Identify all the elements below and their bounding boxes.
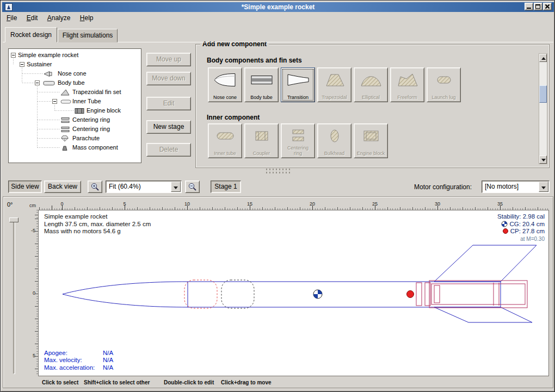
collapse-toggle-icon[interactable] (35, 80, 40, 85)
delete-button[interactable]: Delete (146, 143, 191, 157)
edit-button[interactable]: Edit (146, 97, 191, 110)
parachute-icon (60, 135, 69, 142)
hint-drag-move: Click+drag to move (221, 379, 272, 385)
component-button-label: Body tube (248, 95, 276, 101)
maximize-icon (535, 4, 540, 9)
collapse-toggle-icon[interactable] (20, 62, 24, 67)
side-view-button[interactable]: Side view (8, 181, 42, 193)
rocket-info-block: Simple example rocket Length 37.5 cm, ma… (44, 213, 151, 235)
minimize-icon (527, 8, 531, 9)
motor-configuration-select[interactable]: [No motors] (482, 181, 550, 193)
zoom-out-icon (188, 182, 197, 191)
tree-row-engine-block[interactable]: Engine block (9, 106, 141, 115)
hint-click-select: Click to select (42, 379, 78, 385)
tree-line (38, 138, 59, 139)
fin-bottom[interactable] (434, 307, 532, 322)
tree-line (22, 73, 43, 74)
new-stage-button[interactable]: New stage (146, 120, 191, 134)
tree-row-centering-ring-2[interactable]: Centering ring (9, 125, 141, 134)
transition-icon (286, 72, 310, 88)
tree-item-label: Parachute (72, 134, 100, 143)
tree-line (38, 101, 52, 102)
component-button-elliptical-fin[interactable]: Elliptical (354, 67, 388, 102)
zoom-level-select[interactable]: Fit (60.4%) (106, 181, 182, 193)
scroll-down-button[interactable] (539, 155, 547, 164)
component-button-label: Trapezoidal (320, 95, 349, 101)
elliptical-fin-icon (359, 72, 383, 88)
tab-rocket-design[interactable]: Rocket design (5, 27, 57, 42)
rocket-name: Simple example rocket (44, 213, 151, 221)
tree-row-body-tube[interactable]: Body tube (9, 78, 141, 88)
engine-block-icon (75, 108, 84, 114)
splitter-grip[interactable] (266, 172, 292, 173)
flight-stats-block: Apogee:N/A Max. velocity:N/A Max. accele… (44, 350, 113, 372)
rotation-slider[interactable] (13, 217, 15, 374)
component-button-transition[interactable]: Transition (281, 67, 315, 102)
component-button-label: Elliptical (357, 95, 385, 101)
component-button-freeform-fin[interactable]: Freeform (390, 67, 424, 102)
combo-arrow-button[interactable] (171, 182, 181, 192)
splitter-grip[interactable] (266, 169, 292, 170)
cp-value: CP: 27.8 cm (510, 228, 545, 234)
menu-item-analyze[interactable]: Analyze (44, 13, 75, 24)
zoom-in-button[interactable] (88, 181, 102, 193)
component-button-inner-tube[interactable]: Inner tube (208, 123, 242, 158)
motor-configuration-label: Motor configuration: (414, 183, 472, 191)
component-button-launch-lug[interactable]: Launch lug (427, 67, 461, 102)
component-button-body-tube[interactable]: Body tube (244, 67, 279, 102)
tree-row-parachute[interactable]: Parachute (9, 134, 141, 143)
flight-stat-row: Max. velocity:N/A (44, 357, 113, 364)
chevron-down-icon (541, 186, 546, 189)
tree-row-inner-tube[interactable]: Inner Tube (9, 97, 141, 106)
move-up-button[interactable]: Move up (146, 53, 191, 66)
hint-shift-click: Shift+click to select other (84, 379, 150, 385)
component-button-centering-ring[interactable]: Centering ring (281, 123, 315, 158)
horizontal-ruler: 0 5 10 15 20 25 30 35 (38, 201, 549, 210)
menu-item-edit[interactable]: Edit (23, 13, 42, 24)
mach-annotation: at M=0.30 (497, 235, 545, 243)
move-down-button[interactable]: Move down (146, 72, 191, 85)
stage-1-toggle[interactable]: Stage 1 (211, 181, 241, 193)
combo-arrow-button[interactable] (539, 182, 548, 192)
component-button-bulkhead[interactable]: Bulkhead (317, 123, 351, 158)
tree-item-label: Nose cone (58, 69, 87, 78)
add-component-group: Add new component Body components and fi… (195, 44, 550, 168)
mass-component-icon (60, 145, 69, 151)
window-title: *Simple example rocket (2, 3, 554, 11)
component-tree[interactable]: Simple example rocket Sustainer Nose con… (8, 48, 141, 163)
close-button[interactable] (543, 3, 552, 10)
component-button-nose-cone[interactable]: Nose cone (208, 67, 242, 102)
tree-row-mass-component[interactable]: Mass component (9, 143, 141, 152)
menu-item-file[interactable]: File (3, 13, 21, 24)
rotation-angle-label: 0° (7, 201, 13, 208)
tree-row-sustainer[interactable]: Sustainer (9, 60, 141, 69)
trapezoidal-fin-icon (323, 72, 347, 88)
maximize-button[interactable] (534, 3, 542, 10)
tree-row-fin-set[interactable]: Trapezoidal fin set (9, 88, 141, 97)
menu-item-help[interactable]: Help (76, 13, 97, 24)
component-button-trapezoidal-fin[interactable]: Trapezoidal (317, 67, 351, 102)
component-scrollbar[interactable] (539, 53, 547, 164)
stability-block: Stability: 2.98 cal CG: 20.4 cm CP: 27.8… (497, 213, 545, 242)
tree-row-nose-cone[interactable]: Nose cone (9, 69, 141, 78)
component-button-coupler[interactable]: Coupler (244, 123, 279, 158)
scroll-up-button[interactable] (539, 54, 547, 62)
collapse-toggle-icon[interactable] (11, 53, 16, 58)
tab-flight-simulations[interactable]: Flight simulations (58, 29, 118, 42)
cp-marker[interactable] (407, 291, 414, 298)
tree-row-centering-ring-1[interactable]: Centering ring (9, 115, 141, 125)
window-titlebar[interactable]: *Simple example rocket (2, 2, 554, 12)
tree-row-rocket[interactable]: Simple example rocket (9, 51, 141, 60)
scroll-thumb[interactable] (539, 85, 547, 103)
component-button-engine-block[interactable]: Engine block (354, 123, 388, 158)
flight-stat-row: Max. acceleration:N/A (44, 364, 113, 372)
fin-top[interactable] (434, 245, 536, 282)
rocket-drawing[interactable] (39, 210, 550, 377)
rocket-canvas[interactable]: Simple example rocket Length 37.5 cm, ma… (38, 210, 549, 376)
back-view-button[interactable]: Back view (44, 181, 81, 193)
cg-marker[interactable] (313, 290, 322, 298)
zoom-out-button[interactable] (185, 181, 200, 193)
minimize-button[interactable] (525, 3, 533, 10)
rotation-slider-thumb[interactable] (9, 217, 18, 222)
collapse-toggle-icon[interactable] (52, 99, 57, 104)
